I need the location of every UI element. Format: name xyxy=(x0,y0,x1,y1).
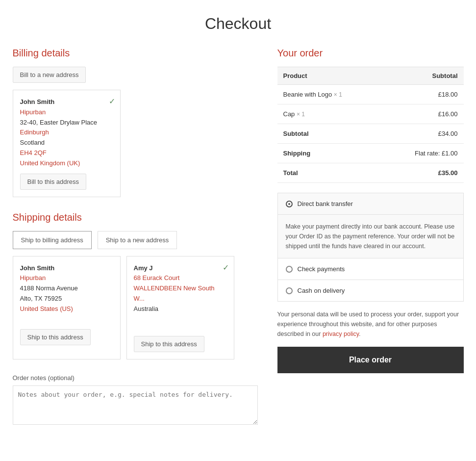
billing-region: Scotland xyxy=(20,138,113,148)
direct-bank-description: Make your payment directly into our bank… xyxy=(278,215,463,258)
bill-new-address-button[interactable]: Bill to a new address xyxy=(13,67,86,83)
payment-section: Direct bank transfer Make your payment d… xyxy=(277,193,464,302)
privacy-notice: Your personal data will be used to proce… xyxy=(277,309,464,339)
order-notes-section: Order notes (optional) xyxy=(13,374,258,426)
ship-line2-1: 4188 Norma Avenue xyxy=(20,283,113,294)
ship-line2-2: WALLENDBEEN New South W... xyxy=(134,283,227,304)
ship-to-new-tab[interactable]: Ship to a new address xyxy=(98,231,177,249)
order-table: Product Subtotal Beanie with Logo × 1 £1… xyxy=(277,67,464,183)
product-name-2: Cap xyxy=(283,110,297,118)
total-label: Total xyxy=(283,169,298,177)
radio-direct-bank-icon xyxy=(286,201,293,207)
radio-check-icon xyxy=(286,266,293,273)
item-name-2: Cap × 1 xyxy=(277,104,382,124)
product-qty-1: × 1 xyxy=(334,91,342,98)
ship-line1-1: Hipurban xyxy=(20,273,113,283)
cash-on-delivery-label: Cash on delivery xyxy=(298,287,345,294)
shipping-title: Shipping details xyxy=(13,212,258,223)
selected-check-icon: ✓ xyxy=(109,95,115,108)
ship-country-1: United States (US) xyxy=(20,304,113,314)
product-name-1: Beanie with Logo xyxy=(283,91,334,98)
ship-to-address-button-2[interactable]: Ship to this address xyxy=(134,336,204,352)
billing-country: United Kingdom (UK) xyxy=(20,158,113,169)
ship-city-1: Alto, TX 75925 xyxy=(20,294,113,304)
billing-title: Billing details xyxy=(13,48,258,59)
subtotal-value: £34.00 xyxy=(382,124,464,144)
total-value: £35.00 xyxy=(382,163,464,183)
col-subtotal: Subtotal xyxy=(382,67,464,85)
shipping-label: Shipping xyxy=(283,150,311,157)
billing-name: John Smith xyxy=(20,97,113,107)
radio-cash-icon xyxy=(286,287,293,294)
billing-postcode: EH4 2QF xyxy=(20,148,113,158)
subtotal-label: Subtotal xyxy=(283,130,309,137)
ship-line1-2: 68 Eurack Court xyxy=(134,273,227,283)
payment-check[interactable]: Check payments xyxy=(278,258,463,280)
page-title: Checkout xyxy=(0,0,476,48)
billing-address-card: ✓ John Smith Hipurban 32-40, Easter Dryl… xyxy=(13,90,121,197)
item-price-2: £16.00 xyxy=(382,104,464,124)
billing-address-cards: ✓ John Smith Hipurban 32-40, Easter Dryl… xyxy=(13,90,258,197)
billing-line1: Hipurban xyxy=(20,107,113,118)
ship-selected-check-icon: ✓ xyxy=(223,261,229,274)
item-price-1: £18.00 xyxy=(382,85,464,104)
privacy-text-before: Your personal data will be used to proce… xyxy=(277,311,459,337)
your-order-title: Your order xyxy=(277,48,464,59)
check-payments-label: Check payments xyxy=(298,265,345,273)
shipping-address-card-2: ✓ Amy J 68 Eurack Court WALLENDBEEN New … xyxy=(126,256,234,359)
ship-name-2: Amy J xyxy=(134,263,227,274)
ship-to-address-button-1[interactable]: Ship to this address xyxy=(20,329,91,345)
billing-section: Billing details Bill to a new address ✓ … xyxy=(13,48,258,197)
left-column: Billing details Bill to a new address ✓ … xyxy=(13,48,258,441)
product-qty-2: × 1 xyxy=(297,111,305,118)
order-notes-label: Order notes (optional) xyxy=(13,374,258,382)
order-notes-input[interactable] xyxy=(13,385,258,425)
subtotal-row: Subtotal £34.00 xyxy=(277,124,464,144)
place-order-button[interactable]: Place order xyxy=(277,347,464,373)
billing-city: Edinburgh xyxy=(20,128,113,138)
order-item-2: Cap × 1 £16.00 xyxy=(277,104,464,124)
ship-to-billing-tab[interactable]: Ship to billing address xyxy=(13,231,92,249)
ship-city-2: Australia xyxy=(134,304,227,314)
privacy-text-after: . xyxy=(359,331,360,337)
ship-name-1: John Smith xyxy=(20,263,113,274)
total-row: Total £35.00 xyxy=(277,163,464,183)
payment-cash[interactable]: Cash on delivery xyxy=(278,280,463,301)
billing-line2: 32-40, Easter Drylaw Place xyxy=(20,118,113,128)
shipping-section: Shipping details Ship to billing address… xyxy=(13,212,258,359)
ship-tabs: Ship to billing address Ship to a new ad… xyxy=(13,231,258,249)
payment-direct-bank[interactable]: Direct bank transfer xyxy=(278,193,463,215)
shipping-address-cards: John Smith Hipurban 4188 Norma Avenue Al… xyxy=(13,256,258,359)
order-item-1: Beanie with Logo × 1 £18.00 xyxy=(277,85,464,104)
shipping-row: Shipping Flat rate: £1.00 xyxy=(277,144,464,163)
shipping-value: Flat rate: £1.00 xyxy=(382,144,464,163)
privacy-policy-link[interactable]: privacy policy xyxy=(323,331,359,337)
right-column: Your order Product Subtotal Beanie with … xyxy=(277,48,464,441)
shipping-address-card-1: John Smith Hipurban 4188 Norma Avenue Al… xyxy=(13,256,121,359)
direct-bank-label: Direct bank transfer xyxy=(298,200,353,207)
col-product: Product xyxy=(277,67,382,85)
item-name-1: Beanie with Logo × 1 xyxy=(277,85,382,104)
bill-to-address-button[interactable]: Bill to this address xyxy=(20,174,87,190)
